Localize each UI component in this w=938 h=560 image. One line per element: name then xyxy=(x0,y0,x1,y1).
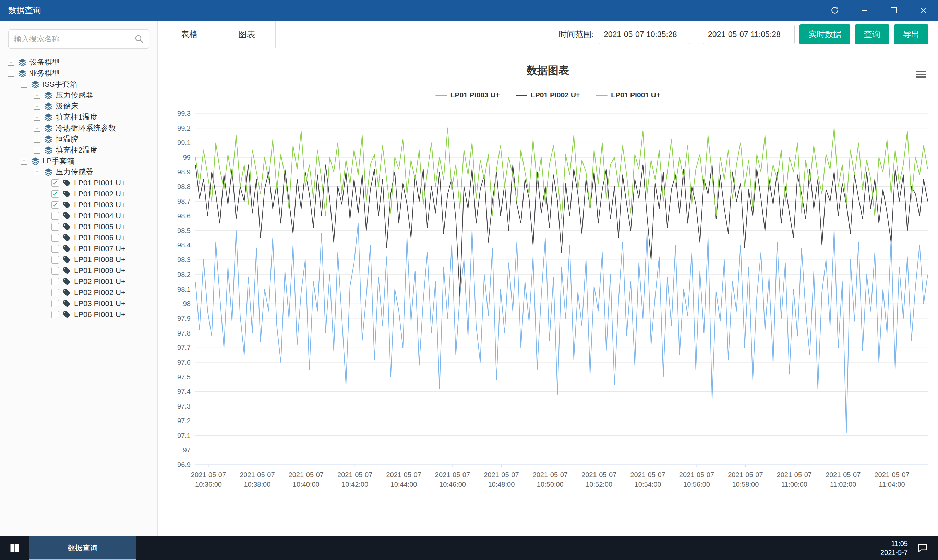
tree-leaf-item[interactable]: LP03 PI001 U+ xyxy=(0,298,157,309)
realtime-data-button[interactable]: 实时数据 xyxy=(799,24,850,44)
taskbar-clock[interactable]: 11:05 2021-5-7 xyxy=(880,539,908,557)
checkbox[interactable]: ✓ xyxy=(51,179,59,187)
checkbox[interactable] xyxy=(51,256,59,263)
expand-icon[interactable]: + xyxy=(34,136,40,143)
svg-text:98.1: 98.1 xyxy=(177,286,191,293)
tree-node-item[interactable]: +汲储床 xyxy=(0,101,157,112)
legend-line-marker xyxy=(596,95,607,95)
minimize-button[interactable] xyxy=(850,0,879,20)
svg-text:98.5: 98.5 xyxy=(177,227,191,234)
collapse-icon[interactable]: − xyxy=(20,81,28,88)
checkbox[interactable] xyxy=(51,212,59,220)
checkbox[interactable] xyxy=(51,223,59,231)
tree-leaf-item[interactable]: ✓LP01 PI003 U+ xyxy=(0,200,157,211)
tree-item-label: LP手套箱 xyxy=(43,156,74,166)
tree-item-label: LP01 PI007 U+ xyxy=(74,245,125,253)
tree-node-item[interactable]: +恒温腔 xyxy=(0,134,157,145)
svg-text:2021-05-07: 2021-05-07 xyxy=(728,471,763,478)
tree-leaf-item[interactable]: LP02 PI001 U+ xyxy=(0,276,157,287)
legend-item[interactable]: LP01 PI002 U+ xyxy=(516,91,580,99)
checkbox[interactable] xyxy=(51,311,59,318)
end-time-input[interactable] xyxy=(703,25,795,44)
sidebar-tree: +设备模型−业务模型−ISS手套箱+压力传感器+汲储床+填充柱1温度+冷热循环系… xyxy=(0,57,157,320)
svg-text:96.9: 96.9 xyxy=(177,461,191,469)
svg-text:2021-05-07: 2021-05-07 xyxy=(679,471,714,478)
checkbox[interactable] xyxy=(51,289,59,297)
checkbox[interactable] xyxy=(51,278,59,286)
layers-icon xyxy=(44,91,53,100)
search-input[interactable] xyxy=(8,29,149,49)
tree-leaf-item[interactable]: LP01 PI006 U+ xyxy=(0,232,157,243)
taskbar-app-button[interactable]: 数据查询 xyxy=(29,536,136,560)
legend-item[interactable]: LP01 PI003 U+ xyxy=(435,91,500,99)
checkbox[interactable] xyxy=(51,234,59,242)
tabs: 表格图表 xyxy=(160,20,276,48)
start-button[interactable] xyxy=(0,536,29,560)
export-button[interactable]: 导出 xyxy=(894,24,929,44)
svg-text:98.4: 98.4 xyxy=(177,241,191,249)
svg-text:10:58:00: 10:58:00 xyxy=(732,480,759,488)
tree-node-item[interactable]: +压力传感器 xyxy=(0,90,157,101)
expand-icon[interactable]: + xyxy=(34,114,40,121)
checkbox[interactable] xyxy=(51,245,59,252)
tree-leaf-item[interactable]: LP01 PI007 U+ xyxy=(0,243,157,254)
chart-menu-icon[interactable] xyxy=(916,69,926,79)
tree-item-label: LP06 PI001 U+ xyxy=(74,310,125,319)
tree-leaf-item[interactable]: LP01 PI009 U+ xyxy=(0,265,157,276)
tree-leaf-item[interactable]: ✓LP01 PI002 U+ xyxy=(0,189,157,200)
collapse-icon[interactable]: − xyxy=(20,158,28,165)
tree-leaf-item[interactable]: LP01 PI005 U+ xyxy=(0,222,157,232)
chart-panel: 数据图表 LP01 PI003 U+LP01 PI002 U+LP01 PI00… xyxy=(158,48,938,536)
svg-text:10:56:00: 10:56:00 xyxy=(683,480,710,488)
close-button[interactable] xyxy=(909,0,938,20)
layers-icon xyxy=(31,80,40,89)
expand-icon[interactable]: + xyxy=(34,125,40,132)
tree-leaf-item[interactable]: ✓LP01 PI001 U+ xyxy=(0,177,157,189)
minimize-icon xyxy=(860,6,869,14)
tree-leaf-item[interactable]: LP01 PI004 U+ xyxy=(0,211,157,222)
svg-text:2021-05-07: 2021-05-07 xyxy=(435,471,470,478)
checkbox[interactable] xyxy=(51,300,59,308)
chart-canvas[interactable]: 96.99797.197.297.397.497.597.697.797.897… xyxy=(165,103,938,501)
legend-line-marker xyxy=(516,95,527,95)
maximize-button[interactable] xyxy=(879,0,909,20)
system-tray: 11:05 2021-5-7 xyxy=(880,536,938,560)
tree-leaf-item[interactable]: LP06 PI001 U+ xyxy=(0,309,157,320)
tree-node-item[interactable]: −LP手套箱 xyxy=(0,155,157,166)
expand-icon[interactable]: + xyxy=(34,103,40,110)
svg-text:2021-05-07: 2021-05-07 xyxy=(240,471,275,478)
tab-table[interactable]: 表格 xyxy=(160,20,218,48)
tree-leaf-item[interactable]: LP02 PI002 U+ xyxy=(0,287,157,298)
checkbox[interactable]: ✓ xyxy=(51,190,59,198)
tab-chart[interactable]: 图表 xyxy=(218,20,276,48)
refresh-button[interactable] xyxy=(820,0,850,20)
tree-node-item[interactable]: +填充柱2温度 xyxy=(0,145,157,155)
collapse-icon[interactable]: − xyxy=(8,70,14,77)
expand-icon[interactable]: + xyxy=(34,147,40,154)
tree-leaf-item[interactable]: LP01 PI008 U+ xyxy=(0,254,157,265)
tree-item-label: LP02 PI002 U+ xyxy=(74,288,125,297)
svg-text:2021-05-07: 2021-05-07 xyxy=(533,471,568,478)
start-time-input[interactable] xyxy=(599,25,690,44)
query-button[interactable]: 查询 xyxy=(855,24,889,44)
svg-text:97.9: 97.9 xyxy=(177,315,191,322)
chat-button[interactable] xyxy=(917,542,929,554)
tree-node-item[interactable]: +设备模型 xyxy=(0,57,157,68)
expand-icon[interactable]: + xyxy=(8,59,14,66)
tree-node-item[interactable]: −业务模型 xyxy=(0,68,157,79)
svg-text:98.7: 98.7 xyxy=(177,197,191,205)
svg-text:10:48:00: 10:48:00 xyxy=(488,480,514,488)
checkbox[interactable]: ✓ xyxy=(51,201,59,209)
tree-node-item[interactable]: −压力传感器 xyxy=(0,166,157,177)
checkbox[interactable] xyxy=(51,267,59,274)
collapse-icon[interactable]: − xyxy=(34,169,40,175)
svg-text:98.3: 98.3 xyxy=(177,256,191,263)
svg-text:11:00:00: 11:00:00 xyxy=(781,480,807,488)
expand-icon[interactable]: + xyxy=(34,92,40,99)
tree-item-label: 业务模型 xyxy=(29,68,60,78)
tree-node-item[interactable]: +冷热循环系统参数 xyxy=(0,123,157,134)
tree-node-item[interactable]: +填充柱1温度 xyxy=(0,112,157,123)
layers-icon xyxy=(31,157,40,166)
tree-node-item[interactable]: −ISS手套箱 xyxy=(0,79,157,90)
legend-item[interactable]: LP01 PI001 U+ xyxy=(596,91,660,99)
